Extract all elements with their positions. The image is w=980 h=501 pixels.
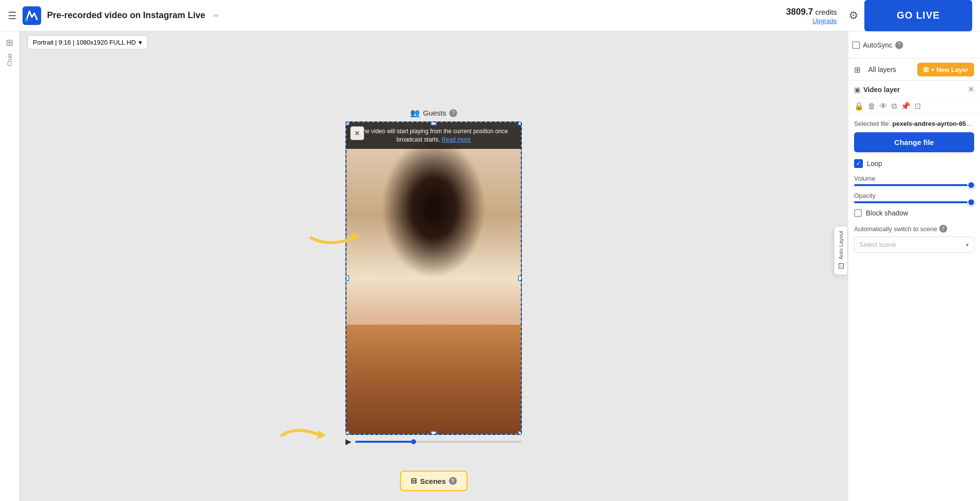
layers-tabs: ⊞ All layers ⊞ + New Layer bbox=[848, 59, 980, 81]
selected-file-name: pexels-andres-ayrton-65765 bbox=[892, 120, 974, 127]
go-live-button[interactable]: GO LIVE bbox=[864, 0, 972, 31]
format-label: Portrait | 9:16 | 1080x1920 FULL HD bbox=[33, 39, 136, 46]
resize-handle-ml[interactable] bbox=[345, 275, 349, 281]
shadow-label: Block shadow bbox=[866, 209, 908, 217]
canvas-center: 👥 Guests ? The vid bbox=[345, 53, 522, 501]
svg-point-1 bbox=[25, 19, 28, 22]
resize-handle-bl[interactable] bbox=[345, 431, 349, 435]
edit-title-icon[interactable]: ✏ bbox=[213, 12, 219, 20]
new-layer-button[interactable]: ⊞ + New Layer bbox=[917, 63, 974, 76]
menu-icon[interactable]: ☰ bbox=[8, 10, 17, 22]
video-content bbox=[346, 122, 521, 434]
layers-icon: ⊞ bbox=[854, 65, 860, 74]
info-banner-text: The video will start playing from the cu… bbox=[360, 128, 508, 143]
video-frame[interactable]: The video will start playing from the cu… bbox=[345, 121, 522, 435]
pin-icon[interactable]: 📌 bbox=[901, 101, 910, 111]
new-layer-label: + New Layer bbox=[931, 66, 968, 73]
canvas-toolbar: Portrait | 9:16 | 1080x1920 FULL HD ▾ bbox=[20, 31, 848, 53]
select-scene-dropdown[interactable]: Select scene ▾ bbox=[854, 237, 974, 253]
upgrade-link[interactable]: Upgrade bbox=[786, 17, 837, 24]
selected-file-label: Selected file: bbox=[854, 120, 890, 127]
progress-fill bbox=[355, 441, 414, 443]
layers-sidebar-icon[interactable]: ⊞ bbox=[6, 37, 13, 48]
topbar: ☰ Pre-recorded video on Instagram Live ✏… bbox=[0, 0, 980, 31]
auto-layout-sidebar[interactable]: Auto Layout ⊡ bbox=[834, 226, 848, 275]
autosync-control: AutoSync ? bbox=[852, 41, 976, 49]
credits-amount: 3809.7 bbox=[786, 7, 813, 17]
opacity-track[interactable] bbox=[854, 201, 974, 203]
resize-handle-mr[interactable] bbox=[518, 275, 522, 281]
guests-help-icon[interactable]: ? bbox=[449, 109, 457, 117]
auto-layout-icon: ⊡ bbox=[838, 261, 844, 270]
new-layer-icon: ⊞ bbox=[923, 66, 929, 73]
format-dropdown-arrow: ▾ bbox=[139, 39, 142, 46]
right-panel: AutoSync ? ⊞ All layers ⊞ + New Layer ▣ … bbox=[848, 31, 980, 501]
guests-icon: 👥 bbox=[410, 108, 420, 118]
progress-track[interactable] bbox=[355, 441, 522, 443]
dropdown-arrow-icon: ▾ bbox=[966, 241, 969, 248]
canvas-area: Portrait | 9:16 | 1080x1920 FULL HD ▾ 👥 … bbox=[20, 31, 848, 501]
loop-checkbox[interactable]: ✓ bbox=[854, 159, 863, 168]
all-layers-label: All layers bbox=[868, 66, 896, 73]
guests-label: Guests bbox=[423, 109, 446, 117]
read-more-link[interactable]: Read more bbox=[441, 136, 470, 143]
autosync-help-icon[interactable]: ? bbox=[895, 41, 903, 49]
lock-icon[interactable]: 🔒 bbox=[854, 101, 864, 111]
scenes-label: Scenes bbox=[420, 477, 446, 485]
all-layers-button[interactable]: All layers bbox=[864, 64, 900, 75]
visibility-icon[interactable]: 👁 bbox=[880, 102, 887, 111]
resize-handle-bm[interactable] bbox=[431, 431, 437, 435]
svg-marker-2 bbox=[317, 430, 326, 439]
opacity-thumb[interactable] bbox=[967, 198, 975, 206]
video-layer-header: ▣ Video layer ✕ bbox=[848, 81, 980, 98]
auto-layout-label: Auto Layout bbox=[838, 231, 844, 260]
video-progress: ▶ bbox=[345, 437, 522, 446]
opacity-slider-row: Opacity bbox=[854, 192, 974, 203]
autosync-label: AutoSync bbox=[863, 41, 892, 49]
scenes-help-icon[interactable]: ? bbox=[449, 477, 457, 485]
topbar-left: ☰ Pre-recorded video on Instagram Live ✏ bbox=[8, 6, 780, 25]
opacity-label: Opacity bbox=[854, 192, 974, 199]
autosync-row: AutoSync ? bbox=[848, 31, 980, 59]
panel-content: Selected file: pexels-andres-ayrton-6576… bbox=[848, 114, 980, 501]
resize-handle-tr[interactable] bbox=[518, 121, 522, 125]
selected-file-row: Selected file: pexels-andres-ayrton-6576… bbox=[854, 120, 974, 127]
chat-sidebar-label[interactable]: Chat bbox=[6, 54, 13, 66]
info-banner: The video will start playing from the cu… bbox=[346, 122, 521, 149]
left-sidebar: ⊞ Chat bbox=[0, 31, 20, 501]
volume-label: Volume bbox=[854, 175, 974, 182]
arrow-annotation-left bbox=[277, 421, 336, 452]
delete-icon[interactable]: 🗑 bbox=[868, 102, 876, 111]
loop-row: ✓ Loop bbox=[854, 159, 974, 168]
volume-track[interactable] bbox=[854, 184, 974, 186]
video-frame-container: The video will start playing from the cu… bbox=[345, 121, 522, 446]
app-logo bbox=[23, 6, 41, 25]
guests-bar: 👥 Guests ? bbox=[410, 108, 457, 118]
format-select[interactable]: Portrait | 9:16 | 1080x1920 FULL HD ▾ bbox=[27, 35, 147, 49]
copy-icon[interactable]: ⧉ bbox=[891, 102, 897, 111]
resize-handle-tm[interactable] bbox=[431, 121, 437, 125]
resize-handle-br[interactable] bbox=[518, 431, 522, 435]
loop-label: Loop bbox=[867, 160, 882, 167]
shadow-checkbox[interactable] bbox=[854, 209, 862, 217]
loop-check-icon: ✓ bbox=[856, 160, 861, 167]
expand-button[interactable]: ✕ bbox=[350, 126, 364, 140]
crop-icon[interactable]: ⊡ bbox=[914, 101, 921, 111]
select-scene-placeholder: Select scene bbox=[859, 241, 896, 248]
credits-row: 3809.7 credits bbox=[786, 7, 837, 17]
scenes-bar[interactable]: ⊟ Scenes ? bbox=[400, 471, 467, 491]
change-file-button[interactable]: Change file bbox=[854, 132, 974, 152]
play-button[interactable]: ▶ bbox=[345, 437, 351, 446]
resize-handle-tl[interactable] bbox=[345, 121, 349, 125]
video-layer-title: Video layer bbox=[863, 86, 968, 94]
settings-icon[interactable]: ⚙ bbox=[849, 9, 858, 22]
layer-actions: 🔒 🗑 👁 ⧉ 📌 ⊡ bbox=[848, 98, 980, 114]
auto-switch-help-icon[interactable]: ? bbox=[939, 225, 947, 233]
volume-slider-row: Volume bbox=[854, 175, 974, 186]
volume-thumb[interactable] bbox=[967, 181, 975, 189]
auto-switch-section: Automatically switch to scene ? Select s… bbox=[854, 225, 974, 253]
autosync-checkbox[interactable] bbox=[852, 41, 860, 49]
credits-block: 3809.7 credits Upgrade bbox=[786, 7, 837, 24]
progress-thumb[interactable] bbox=[411, 439, 416, 444]
close-layer-icon[interactable]: ✕ bbox=[968, 85, 974, 94]
